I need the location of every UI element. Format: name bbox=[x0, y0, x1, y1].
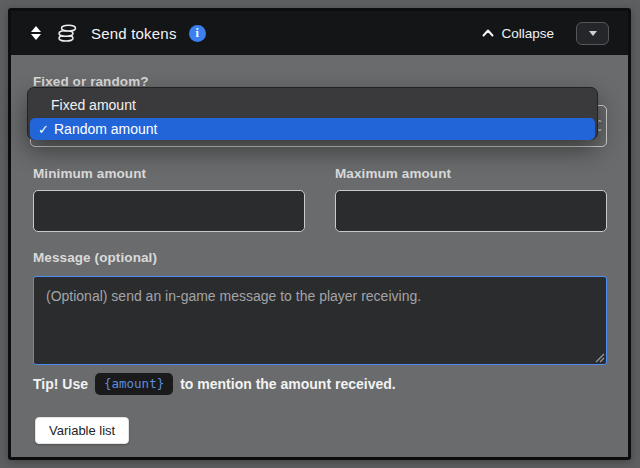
menu-option-random[interactable]: ✓ Random amount bbox=[30, 118, 595, 140]
mode-dropdown-menu: Fixed amount ✓ Random amount bbox=[27, 87, 598, 140]
message-field-wrap bbox=[33, 276, 607, 365]
max-amount-label: Maximum amount bbox=[335, 166, 451, 181]
checkmark-icon: ✓ bbox=[37, 122, 50, 137]
collapse-button[interactable]: Collapse bbox=[482, 26, 554, 41]
info-icon[interactable]: i bbox=[189, 25, 206, 42]
min-amount-input[interactable] bbox=[33, 190, 305, 232]
tip-suffix: to mention the amount received. bbox=[180, 376, 395, 392]
triangle-down-icon bbox=[31, 34, 41, 40]
message-textarea[interactable] bbox=[33, 276, 607, 365]
panel-title: Send tokens bbox=[91, 25, 177, 42]
variable-list-button[interactable]: Variable list bbox=[35, 417, 129, 444]
menu-option-label: Random amount bbox=[54, 121, 158, 137]
info-glyph: i bbox=[195, 26, 198, 41]
message-label: Message (optional) bbox=[33, 250, 157, 265]
collapse-label: Collapse bbox=[501, 26, 554, 41]
page: Send tokens i Collapse Fixed or random? … bbox=[0, 0, 640, 468]
tip-text: Tip! Use {amount} to mention the amount … bbox=[33, 371, 396, 397]
caret-down-icon bbox=[589, 31, 597, 36]
coin-stack-icon bbox=[56, 23, 78, 43]
drag-reorder-icon[interactable] bbox=[31, 26, 41, 40]
chevron-up-icon bbox=[482, 29, 494, 37]
tip-prefix: Tip! Use bbox=[33, 376, 88, 392]
amount-variable-chip: {amount} bbox=[95, 373, 173, 395]
menu-option-fixed[interactable]: Fixed amount bbox=[28, 93, 597, 118]
triangle-up-icon bbox=[31, 26, 41, 32]
panel-header: Send tokens i Collapse bbox=[11, 11, 628, 55]
panel-menu-button[interactable] bbox=[576, 22, 609, 45]
max-amount-input[interactable] bbox=[335, 190, 607, 232]
min-amount-label: Minimum amount bbox=[33, 166, 146, 181]
